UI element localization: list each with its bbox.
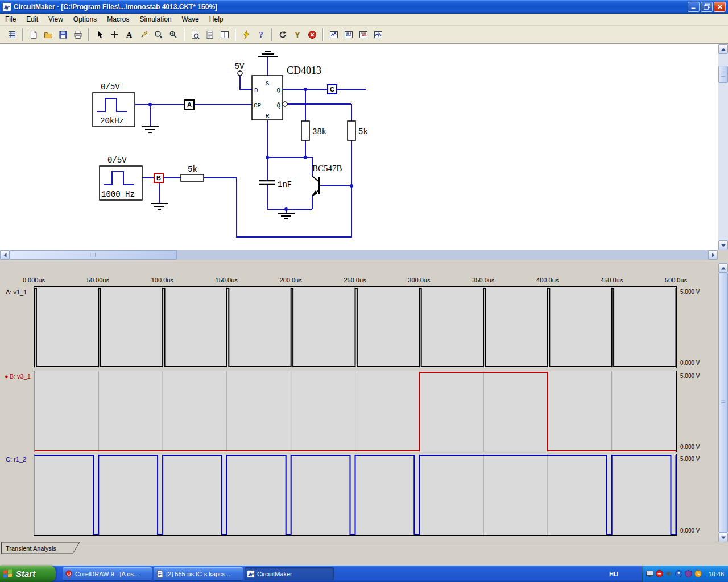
scroll-down-button[interactable]	[718, 240, 728, 250]
zoom-tool-button[interactable]	[151, 27, 166, 42]
capacitor-1nf[interactable]	[259, 181, 275, 184]
start-button[interactable]: Start	[0, 566, 56, 582]
waveform-vscrollbar[interactable]	[718, 263, 728, 542]
ic-name-label: CD4013	[287, 65, 321, 76]
channel-c-min-label: 0.000 V	[680, 527, 700, 534]
waveform-window-button[interactable]	[326, 27, 341, 42]
scroll-left-button[interactable]	[0, 250, 10, 260]
messenger-icon[interactable]	[675, 569, 683, 578]
scroll-thumb[interactable]	[10, 250, 177, 260]
help-question-icon: ?	[257, 30, 266, 39]
channel-b-plot[interactable]	[34, 371, 677, 452]
menu-options[interactable]: Options	[68, 14, 102, 24]
document-icon	[156, 570, 164, 578]
channel-a-plot[interactable]	[34, 286, 677, 368]
transistor-bc547b[interactable]	[312, 176, 320, 196]
sheet-button[interactable]	[202, 27, 217, 42]
task-circuitmaker[interactable]: CircuitMaker	[245, 567, 334, 580]
split-view-button[interactable]	[217, 27, 232, 42]
reset-arrow-icon	[278, 30, 287, 39]
time-tick-label: 200.0us	[280, 277, 302, 284]
cursor-icon	[95, 30, 104, 39]
scroll-down-button[interactable]	[718, 533, 728, 542]
schematic-hscrollbar[interactable]	[0, 250, 718, 260]
language-indicator[interactable]: HU	[605, 566, 623, 582]
new-button[interactable]	[26, 27, 41, 42]
probe-tool-button[interactable]: Y	[290, 27, 305, 42]
circuitmaker-icon	[247, 570, 255, 578]
menubar: File Edit View Options Macros Simulation…	[0, 14, 728, 26]
system-tray: 10:46	[642, 566, 728, 582]
maximize-button[interactable]	[701, 2, 713, 12]
scroll-thumb[interactable]	[718, 273, 728, 533]
resistor-5k-vertical[interactable]	[348, 121, 355, 140]
scope-3-button[interactable]	[371, 27, 386, 42]
minimize-button[interactable]	[688, 2, 700, 12]
monitor-icon[interactable]	[646, 569, 654, 578]
wire-tool-button[interactable]	[107, 27, 122, 42]
svg-text:?: ?	[259, 31, 263, 39]
circuitmaker-app-icon[interactable]	[2, 2, 11, 11]
parts-browser-button[interactable]	[5, 27, 19, 42]
restore-icon	[704, 4, 710, 10]
volume-icon[interactable]	[665, 569, 673, 578]
edit-tool-button[interactable]	[136, 27, 151, 42]
task-label: CorelDRAW 9 - [A os...	[75, 571, 139, 577]
scroll-up-button[interactable]	[718, 263, 728, 273]
text-tool-button[interactable]: A	[122, 27, 136, 42]
menu-view[interactable]: View	[43, 14, 68, 24]
resistor-38k[interactable]	[301, 121, 309, 140]
menu-help[interactable]: Help	[204, 14, 229, 24]
wire-plus-icon	[110, 30, 119, 39]
time-tick-label: 450.0us	[601, 277, 623, 284]
zoom-select-button[interactable]	[166, 27, 181, 42]
save-button[interactable]	[56, 27, 71, 42]
probe-b[interactable]: B	[154, 173, 163, 182]
open-button[interactable]	[41, 27, 56, 42]
channel-c-label[interactable]: C: r1_2	[5, 456, 26, 463]
menu-file[interactable]: File	[0, 14, 21, 24]
resistor-5k-series-label: 5k	[188, 165, 197, 174]
channel-c-plot[interactable]	[34, 454, 677, 536]
help-tool-button[interactable]: ?	[254, 27, 268, 42]
scroll-right-button[interactable]	[708, 250, 718, 260]
ic-cd4013[interactable]	[252, 76, 287, 120]
toolbar-separator	[184, 28, 185, 41]
antivirus-icon[interactable]	[655, 569, 664, 578]
task-coreldraw-doc2[interactable]: [2] 555-ös IC-s kapcs...	[154, 567, 243, 580]
menu-simulation[interactable]: Simulation	[135, 14, 177, 24]
scroll-thumb[interactable]	[718, 66, 728, 83]
scope-1-button[interactable]	[341, 27, 356, 42]
menu-wave[interactable]: Wave	[177, 14, 204, 24]
page-icon	[205, 30, 214, 39]
arrow-tool-button[interactable]	[92, 27, 107, 42]
schematic-vscrollbar[interactable]	[718, 44, 728, 250]
menu-macros[interactable]: Macros	[102, 14, 134, 24]
transient-analysis-tab[interactable]: Transient Analysis	[1, 542, 92, 554]
arrow-down-icon	[721, 536, 726, 539]
probe-c[interactable]: C	[328, 85, 337, 94]
schematic-canvas[interactable]: A B C 0/5V 20kHz 0/5V 100	[0, 44, 718, 250]
simulate-button[interactable]	[239, 27, 254, 42]
time-tick-label: 300.0us	[408, 277, 430, 284]
reset-button[interactable]	[275, 27, 290, 42]
channel-b-label[interactable]: ●B: v3_1	[5, 373, 31, 380]
stop-button[interactable]	[305, 27, 320, 42]
update-icon[interactable]	[694, 569, 702, 578]
close-button[interactable]	[714, 2, 726, 12]
text-a-icon: A	[125, 30, 134, 39]
print-button[interactable]	[71, 27, 85, 42]
pin-d-label: D	[254, 87, 258, 94]
channel-b-marker: ●	[5, 373, 9, 380]
scope-2-button[interactable]	[356, 27, 371, 42]
probe-a[interactable]: A	[185, 100, 194, 109]
scroll-up-button[interactable]	[718, 44, 728, 54]
task-coreldraw[interactable]: CorelDRAW 9 - [A os...	[63, 567, 152, 580]
channel-a-label[interactable]: A: v1_1	[5, 289, 27, 296]
menu-edit[interactable]: Edit	[21, 14, 43, 24]
resistor-5k-series[interactable]	[181, 174, 204, 181]
vcc-terminal[interactable]	[238, 71, 242, 76]
zoom-small-icon	[169, 30, 178, 39]
fit-page-button[interactable]	[188, 27, 202, 42]
security-icon[interactable]	[684, 569, 693, 578]
